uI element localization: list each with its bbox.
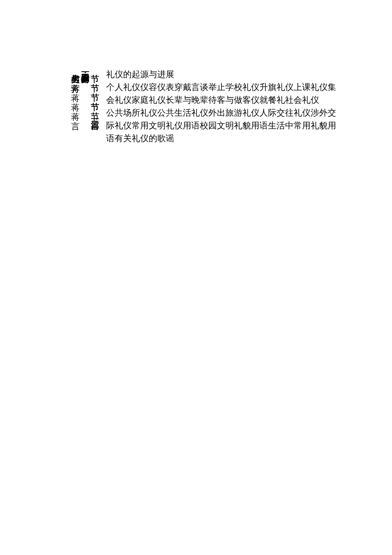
paragraph-2: 个人礼仪仪容仪表穿戴言谈举止学校礼仪升旗礼仪上课礼仪集会礼仪家庭礼仪长辈与晚辈待…	[106, 81, 343, 106]
paragraph-1: 礼仪的起源与进展	[106, 68, 343, 81]
vertical-column-3: 节节节 节节节 节节节 节节节节节 节节 言篇一二三篇一	[91, 68, 99, 115]
horizontal-body-text: 礼仪的起源与进展 个人礼仪仪容仪表穿戴言谈举止学校礼仪升旗礼仪上课礼仪集会礼仪家…	[106, 68, 343, 145]
vertical-column-1: 名劣劣劣与六劣坦 方蒋蒋 蒋 蒋 蒋 言	[71, 68, 80, 115]
document-page: 名劣劣劣与六劣坦 方蒋蒋 蒋 蒋 蒋 言 二三篇一二三第一二三四五篇一二十・二劣…	[0, 0, 392, 555]
paragraph-3: 公共场所礼仪公共生活礼仪外出旅游礼仪人际交往礼仪涉外交际礼仪常用文明礼仪用语校园…	[106, 106, 343, 145]
